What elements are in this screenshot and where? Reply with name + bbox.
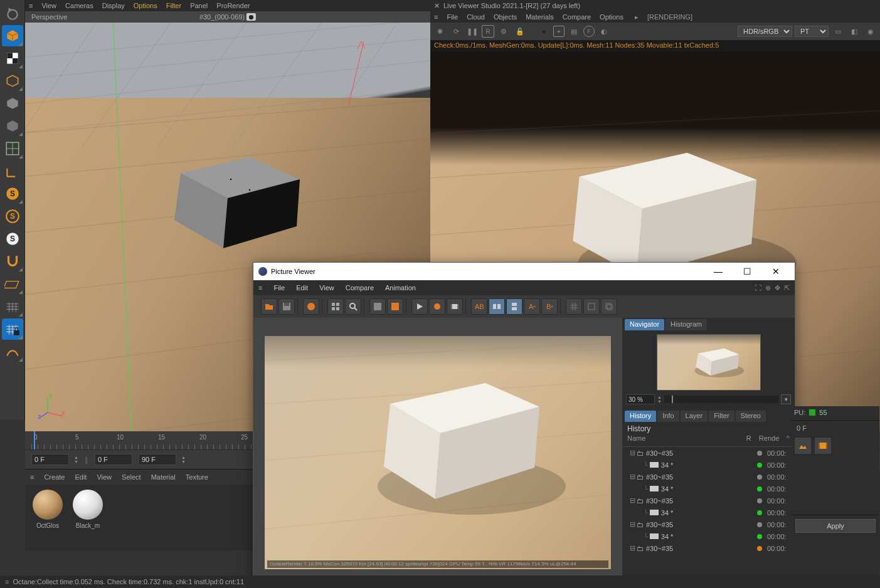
apply-button[interactable]: Apply [795,519,876,533]
tool-deform-icon[interactable] [2,341,23,362]
region-icon[interactable]: R [482,25,494,38]
material-octglos[interactable]: OctGlos [30,490,65,529]
fullscreen-icon[interactable]: ⛶ [755,284,761,292]
mat-menu-texture[interactable]: Texture [186,473,208,481]
tool-cube-icon[interactable] [2,25,23,46]
play-icon[interactable] [411,298,428,315]
clip-icon[interactable]: ◧ [847,24,861,38]
pv-menu-edit[interactable]: Edit [296,284,308,291]
ring-icon[interactable] [303,298,319,315]
menu-icon[interactable]: ≡ [434,13,438,21]
play-icon[interactable]: ▸ [635,13,639,21]
tree-toggle-icon[interactable]: ⊟ [630,544,635,552]
zoom-input[interactable] [626,394,655,404]
scene-icon[interactable] [794,437,812,454]
history-row[interactable]: └34 *00:00: [622,507,795,518]
tree-toggle-icon[interactable]: ⊟ [630,520,635,528]
channel-icon[interactable] [583,298,600,315]
mat-menu-material[interactable]: Material [151,473,176,481]
compare-v-icon[interactable] [506,298,522,315]
close-button[interactable]: ✕ [762,263,790,280]
menu-cameras[interactable]: Cameras [65,2,93,9]
history-row[interactable]: └34 *00:00: [622,483,795,495]
picture-viewer-titlebar[interactable]: Picture Viewer — ☐ ✕ [253,263,795,280]
history-row[interactable]: ⊟🗀#30~#3500:00: [622,518,795,530]
ab-icon[interactable]: AB [471,298,487,315]
current-frame-input[interactable] [31,454,69,465]
tool-cube-solid2-icon[interactable] [2,115,23,137]
camera-icon[interactable]: ⏺ [247,13,256,21]
pv-menu-file[interactable]: File [273,284,285,291]
save-icon[interactable]: ▭ [831,24,845,38]
tool-checker-icon[interactable] [2,48,23,69]
film-icon[interactable] [814,437,832,454]
tree-toggle-icon[interactable]: ⊟ [630,496,635,505]
col-render[interactable]: Rende [759,434,787,446]
tool-sphere-s-icon[interactable]: S [2,183,23,204]
layers-icon[interactable]: ▤ [567,24,581,38]
col-name[interactable]: Name [627,434,746,446]
lv-menu-compare[interactable]: Compare [563,13,591,21]
picture-viewer-window[interactable]: Picture Viewer — ☐ ✕ ≡ File Edit View Co… [253,262,795,588]
tree-toggle-icon[interactable]: ⊟ [630,449,635,457]
lv-menu-objects[interactable]: Objects [494,13,517,21]
tool-undo-icon[interactable] [2,3,23,24]
lock-icon[interactable]: 🔓 [513,24,527,38]
maximize-button[interactable]: ☐ [733,263,761,280]
sphere-icon[interactable]: ● [537,24,551,38]
move-icon[interactable]: ✥ [775,284,780,292]
menu-icon[interactable]: ≡ [30,473,34,481]
mat-menu-view[interactable]: View [97,473,112,481]
tab-history[interactable]: History [625,411,656,422]
alpha2-icon[interactable] [387,298,403,315]
mode-select[interactable]: PT [795,26,829,37]
picture-viewer-image[interactable]: OctaneRender 7.18.5% MxCon.105972 Kin [2… [253,318,622,587]
menu-panel[interactable]: Panel [190,2,208,9]
compare-h-icon[interactable] [489,298,505,315]
menu-icon[interactable]: ≡ [258,284,262,291]
tool-grid-icon[interactable] [2,296,23,317]
col-r[interactable]: R [746,434,759,446]
mat-menu-create[interactable]: Create [44,473,65,481]
history-list[interactable]: ⊟🗀#30~#3500:00:└34 *00:00:⊟🗀#30~#3500:00… [622,447,795,587]
tab-navigator[interactable]: Navigator [625,319,664,330]
mat-menu-select[interactable]: Select [122,473,141,481]
tab-info[interactable]: Info [657,411,679,422]
tool-cube-wire-icon[interactable] [2,70,23,92]
tab-layer[interactable]: Layer [681,411,708,422]
menu-filter[interactable]: Filter [166,2,181,9]
tool-magnet-icon[interactable] [2,251,23,272]
menu-view[interactable]: View [41,2,56,9]
menu-icon[interactable]: ≡ [29,2,33,9]
history-row[interactable]: ⊟🗀#30~#3500:00: [622,471,795,483]
tool-workplane-icon[interactable] [2,273,23,295]
mat-menu-edit[interactable]: Edit [75,473,87,481]
tool-grid-lock-icon[interactable] [2,318,23,340]
history-row[interactable]: ⊟🗀#30~#3500:00: [622,447,795,459]
pv-menu-animation[interactable]: Animation [385,284,416,291]
menu-options[interactable]: Options [134,2,157,9]
save-icon[interactable] [278,298,295,315]
cam-icon[interactable]: ◉ [864,24,877,38]
focus-icon[interactable]: F [583,26,595,37]
lv-menu-cloud[interactable]: Cloud [467,13,485,21]
end-frame-input[interactable] [139,454,176,465]
gear-icon[interactable]: ⚙ [497,24,511,38]
crop-icon[interactable]: + [553,26,565,37]
tool-cube-solid-icon[interactable] [2,93,23,114]
open-icon[interactable] [261,298,277,315]
tool-axis-icon[interactable] [2,160,23,182]
tool-circle-s-icon[interactable]: S [2,206,23,227]
record-icon[interactable] [429,298,445,315]
history-row[interactable]: └34 *00:00: [622,459,795,471]
film-icon[interactable] [447,298,463,315]
aperture-icon[interactable]: ✺ [433,24,447,38]
menu-prorender[interactable]: ProRender [216,2,250,9]
layers-icon[interactable] [601,298,617,315]
alpha-icon[interactable] [369,298,386,315]
grid-icon[interactable] [566,298,582,315]
history-row[interactable]: ⊟🗀#30~#3500:00: [622,542,795,554]
close-icon[interactable]: ✕ [434,2,440,10]
zoom-icon[interactable] [345,298,361,315]
add-panel-icon[interactable]: ⊕ [765,284,771,292]
